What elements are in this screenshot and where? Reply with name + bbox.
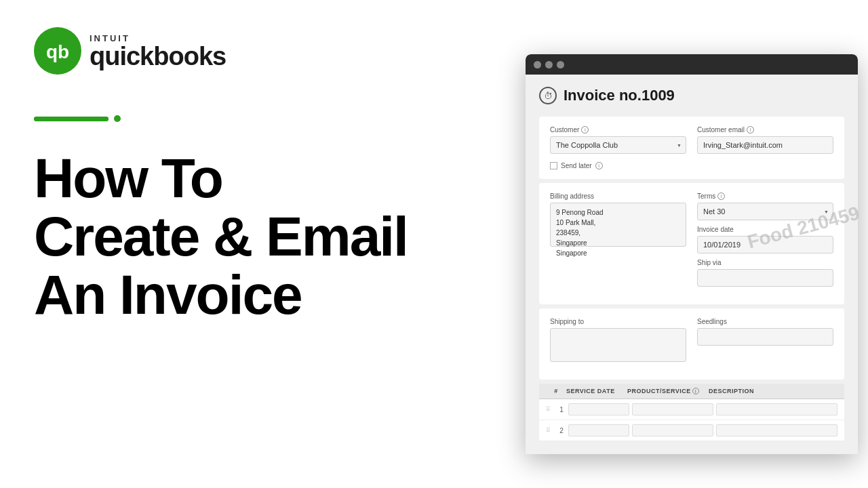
product-info-icon: i [692,388,699,394]
terms-field: Terms i Net 30 [697,192,833,220]
billing-address-text: 9 Penong Road10 Park Mall,238459,Singapo… [556,207,680,258]
customer-field: Customer i The Coppolla Club [550,126,686,154]
right-panel: ⏱ Invoice no.1009 Customer i The Coppoll… [515,0,868,488]
shipping-to-label: Shipping to [550,318,686,325]
quickbooks-label: quickbooks [90,43,226,69]
shipping-row: Shipping to Seedlings [550,318,833,362]
row-1-desc[interactable] [716,403,837,415]
quickbooks-logo: qb [34,27,81,75]
address-row: Billing address 9 Penong Road10 Park Mal… [550,192,833,287]
shipping-section: Shipping to Seedlings [539,308,844,380]
send-later-info-icon: i [595,162,603,169]
col-service-date: SERVICE DATE [566,388,627,394]
col-description: DESCRIPTION [709,388,837,394]
shipping-to-field: Shipping to [550,318,686,362]
table-row: ⠿ 1 [539,399,844,420]
customer-email-input[interactable]: Irving_Stark@intuit.com [697,136,833,154]
seedlings-input[interactable] [697,328,833,346]
email-info-icon: i [747,126,754,134]
right-fields: Terms i Net 30 Invoice date [697,192,833,287]
browser-window: ⏱ Invoice no.1009 Customer i The Coppoll… [526,54,858,454]
row-2-product[interactable] [632,424,713,436]
seedlings-label: Seedlings [697,318,833,325]
row-num-1: 1 [555,406,568,413]
heading-line1: How To [34,147,222,209]
customer-info-icon: i [581,126,589,134]
customer-section: Customer i The Coppolla Club Customer em… [539,117,844,179]
row-1-date[interactable] [568,403,629,415]
invoice-date-field: Invoice date 10/01/2019 [697,226,833,253]
customer-email-label: Customer email i [697,126,833,134]
invoice-date-input[interactable]: 10/01/2019 [697,236,833,253]
ship-via-field: Ship via [697,259,833,287]
row-1-product[interactable] [632,403,713,415]
billing-address-label: Billing address [550,192,686,200]
left-panel: qb intuit quickbooks How To Create & Ema… [0,0,515,488]
address-section: Billing address 9 Penong Road10 Park Mal… [539,183,844,304]
invoice-table: # SERVICE DATE PRODUCT/SERVICE i DESCRIP… [539,384,844,441]
invoice-title: Invoice no.1009 [564,87,675,104]
ship-via-input[interactable] [697,269,833,287]
send-later-row: Send later i [550,162,833,169]
customer-row: Customer i The Coppolla Club Customer em… [550,126,833,154]
browser-titlebar [526,54,858,75]
invoice-content: ⏱ Invoice no.1009 Customer i The Coppoll… [526,75,858,454]
terms-input[interactable]: Net 30 [697,203,833,220]
col-product-service: PRODUCT/SERVICE i [627,388,709,394]
shipping-to-textarea[interactable] [550,328,686,362]
invoice-icon: ⏱ [539,87,557,104]
browser-dot-red [534,61,541,68]
billing-address-textarea[interactable]: 9 Penong Road10 Park Mall,238459,Singapo… [550,203,686,247]
customer-input[interactable]: The Coppolla Club [550,136,686,154]
svg-text:qb: qb [46,41,69,62]
col-hash: # [546,388,566,394]
invoice-header: ⏱ Invoice no.1009 [539,87,844,104]
send-later-checkbox[interactable] [550,162,557,169]
seedlings-field: Seedlings [697,318,833,362]
terms-label: Terms i [697,192,833,200]
customer-email-field: Customer email i Irving_Stark@intuit.com [697,126,833,154]
invoice-date-label: Invoice date [697,226,833,233]
row-handle-1: ⠿ [546,406,551,413]
billing-address-field: Billing address 9 Penong Road10 Park Mal… [550,192,686,287]
table-row: ⠿ 2 [539,420,844,441]
table-header: # SERVICE DATE PRODUCT/SERVICE i DESCRIP… [539,384,844,399]
main-heading: How To Create & Email An Invoice [34,149,481,324]
row-2-desc[interactable] [716,424,837,436]
customer-label: Customer i [550,126,686,134]
terms-info-icon: i [717,192,725,200]
heading-line3: An Invoice [34,264,302,325]
browser-dot-yellow [545,61,553,68]
row-2-date[interactable] [568,424,629,436]
green-dot [114,115,121,122]
logo-text: intuit quickbooks [90,33,226,69]
divider [34,115,481,122]
heading-line2: Create & Email [34,205,408,267]
logo-area: qb intuit quickbooks [34,27,481,75]
row-handle-2: ⠿ [546,427,551,434]
green-dash [34,117,108,121]
row-num-2: 2 [555,427,568,434]
send-later-label: Send later [561,162,592,169]
ship-via-label: Ship via [697,259,833,266]
browser-dot-green [557,61,564,68]
